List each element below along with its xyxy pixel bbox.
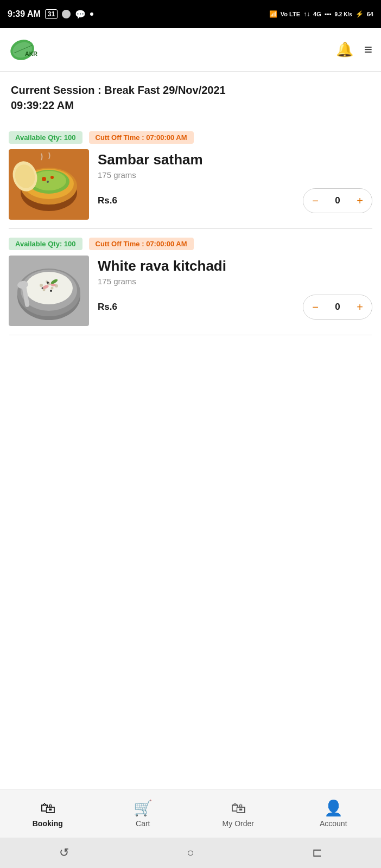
svg-point-10 (42, 177, 46, 181)
status-4g: 4G (313, 11, 321, 17)
qty-value-2: 0 (327, 302, 348, 312)
sys-recent-icon[interactable]: ⊏ (312, 846, 322, 860)
svg-point-29 (50, 290, 52, 292)
svg-point-28 (47, 282, 49, 284)
status-time: 9:39 AM (8, 9, 41, 19)
food-badges-2: Available Qty: 100 Cutt Off Time : 07:00… (9, 238, 372, 250)
food-item-1: Available Qty: 100 Cutt Off Time : 07:00… (9, 123, 372, 229)
food-name-2: White rava kitchadi (98, 258, 372, 275)
header-icons: 🔔 ≡ (336, 41, 372, 58)
nav-item-myorder[interactable]: 🛍 My Order (190, 799, 286, 828)
status-circle-icon (62, 10, 71, 18)
sys-home-icon[interactable]: ○ (187, 846, 194, 860)
available-qty-badge-2: Available Qty: 100 (9, 238, 82, 250)
status-signal-icon: ↑↓ (303, 10, 310, 18)
available-qty-badge-1: Available Qty: 100 (9, 131, 82, 144)
food-name-1: Sambar satham (98, 151, 372, 168)
logo-container: AKR (9, 36, 40, 64)
svg-text:AKR: AKR (25, 50, 37, 56)
nav-item-account[interactable]: 👤 Account (286, 799, 382, 828)
food-image-2 (9, 256, 89, 326)
food-weight-2: 175 grams (98, 277, 372, 286)
food-item-2: Available Qty: 100 Cutt Off Time : 07:00… (9, 229, 372, 335)
status-dot (90, 12, 93, 16)
nav-label-myorder: My Order (223, 819, 254, 828)
qty-increase-btn-2[interactable]: + (348, 295, 372, 319)
food-price-row-1: Rs.6 − 0 + (98, 188, 372, 213)
qty-decrease-btn-1[interactable]: − (303, 189, 327, 213)
svg-point-12 (47, 181, 49, 183)
nav-item-booking[interactable]: 🛍 Booking (0, 799, 96, 828)
status-radio-icon: 📶 (269, 10, 277, 18)
logo-leaf-icon: AKR (9, 36, 40, 64)
qty-control-1: − 0 + (303, 188, 372, 213)
nav-label-booking: Booking (33, 819, 63, 828)
cutoff-time-badge-1: Cutt Off Time : 07:00:00 AM (89, 131, 194, 144)
status-calendar: 31 (45, 9, 58, 19)
qty-control-2: − 0 + (303, 295, 372, 320)
svg-point-30 (42, 288, 43, 289)
status-bar: 9:39 AM 31 💬 📶 Vo LTE ↑↓ 4G ▪▪▪ 9.2 K/s … (0, 0, 381, 28)
status-signal-bars: ▪▪▪ (325, 10, 332, 18)
cart-icon: 🛒 (134, 799, 153, 817)
food-details-2: White rava kitchadi 175 grams Rs.6 − 0 + (98, 256, 372, 320)
food-content-2: White rava kitchadi 175 grams Rs.6 − 0 + (9, 256, 372, 326)
svg-point-24 (51, 287, 54, 290)
food-weight-1: 175 grams (98, 170, 372, 180)
system-nav: ↺ ○ ⊏ (0, 838, 381, 868)
notification-bell-icon[interactable]: 🔔 (336, 41, 353, 58)
bottom-nav: 🛍 Booking 🛒 Cart 🛍 My Order 👤 Account (0, 789, 381, 838)
status-network: Vo LTE (281, 11, 300, 17)
nav-label-cart: Cart (136, 819, 150, 828)
svg-point-20 (40, 284, 43, 287)
myorder-icon: 🛍 (231, 799, 246, 817)
status-battery: 64 (367, 11, 373, 17)
nav-item-cart[interactable]: 🛒 Cart (96, 799, 191, 828)
qty-decrease-btn-2[interactable]: − (303, 295, 327, 319)
food-price-2: Rs.6 (98, 302, 117, 312)
svg-point-11 (50, 176, 54, 179)
account-icon: 👤 (324, 799, 343, 817)
status-battery-icon: ⚡ (355, 10, 364, 18)
app-header: AKR 🔔 ≡ (0, 28, 381, 72)
cutoff-time-badge-2: Cutt Off Time : 07:00:00 AM (89, 238, 194, 250)
session-info: Current Session : Break Fast 29/Nov/2021… (0, 72, 381, 123)
status-msg-icon: 💬 (75, 9, 86, 20)
food-price-1: Rs.6 (98, 195, 117, 206)
nav-label-account: Account (320, 819, 347, 828)
qty-value-1: 0 (327, 195, 348, 206)
status-speed: 9.2 K/s (335, 11, 352, 17)
sys-back-icon[interactable]: ↺ (59, 846, 69, 860)
hamburger-menu-icon[interactable]: ≡ (364, 41, 372, 58)
session-label: Current Session : Break Fast 29/Nov/2021… (11, 82, 370, 113)
booking-icon: 🛍 (40, 799, 55, 817)
qty-increase-btn-1[interactable]: + (348, 189, 372, 213)
food-price-row-2: Rs.6 − 0 + (98, 295, 372, 320)
food-badges-1: Available Qty: 100 Cutt Off Time : 07:00… (9, 131, 372, 144)
food-image-1 (9, 149, 89, 220)
food-content-1: Sambar satham 175 grams Rs.6 − 0 + (9, 149, 372, 220)
svg-point-19 (25, 272, 73, 304)
food-list: Available Qty: 100 Cutt Off Time : 07:00… (0, 123, 381, 335)
food-details-1: Sambar satham 175 grams Rs.6 − 0 + (98, 149, 372, 213)
